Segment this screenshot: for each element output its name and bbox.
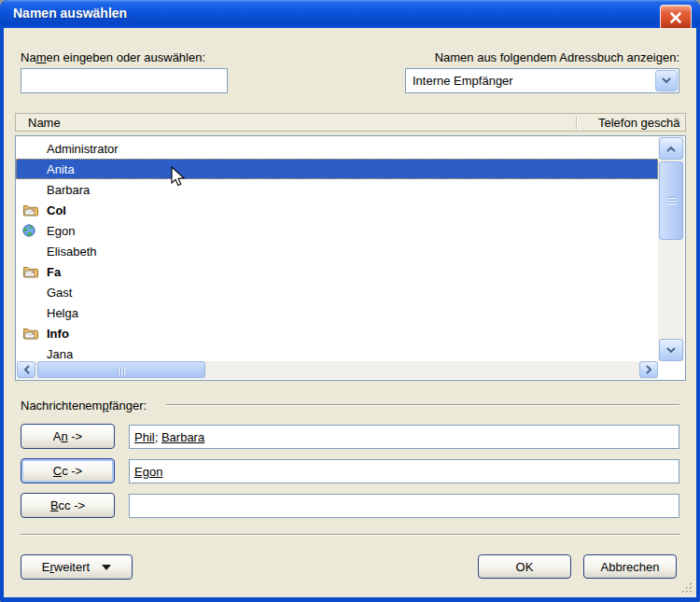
chevron-left-icon bbox=[23, 365, 30, 374]
window-title: Namen auswählen bbox=[13, 6, 127, 21]
horizontal-scrollbar-thumb[interactable] bbox=[37, 361, 205, 378]
column-header-phone[interactable]: Telefon geschä bbox=[598, 116, 679, 130]
advanced-button[interactable]: Erweitert bbox=[21, 554, 133, 580]
name-search-input[interactable] bbox=[21, 68, 228, 93]
globe-icon bbox=[22, 224, 35, 237]
distribution-list-folder-icon bbox=[22, 203, 39, 217]
list-item-icon bbox=[22, 245, 47, 259]
list-item-name: Jana bbox=[47, 347, 73, 361]
name-search-label: Namen eingeben oder auswählen: bbox=[21, 50, 205, 64]
chevron-right-icon bbox=[646, 365, 652, 374]
list-item-name: Anita bbox=[47, 162, 75, 176]
list-item-name: Egon bbox=[47, 224, 75, 238]
list-item-icon bbox=[22, 183, 47, 197]
list-item-icon bbox=[22, 142, 47, 156]
list-item[interactable]: Helga bbox=[16, 302, 658, 323]
scroll-left-button[interactable] bbox=[17, 361, 35, 378]
select-names-dialog: Namen auswählen Namen eingeben oder ausw… bbox=[0, 0, 700, 602]
scroll-up-button[interactable] bbox=[659, 137, 683, 160]
distribution-list-folder-icon bbox=[22, 265, 39, 278]
list-item-selected[interactable]: Anita bbox=[16, 159, 658, 179]
name-list: Administrator Anita Barbara Col Egon Eli… bbox=[15, 135, 686, 381]
address-book-select[interactable]: Interne Empfänger bbox=[405, 68, 679, 93]
list-item[interactable]: Gast bbox=[16, 282, 658, 302]
cancel-button[interactable]: Abbrechen bbox=[583, 554, 677, 579]
to-field-value: Phil; Barbara bbox=[134, 430, 204, 444]
list-item-name: Info bbox=[47, 327, 69, 341]
list-item[interactable]: Info bbox=[16, 323, 658, 343]
distribution-list-icon bbox=[22, 203, 47, 217]
triangle-down-icon bbox=[102, 565, 111, 570]
to-button[interactable]: An -> bbox=[21, 424, 115, 449]
chevron-up-icon bbox=[666, 146, 676, 152]
list-item-icon bbox=[22, 286, 47, 300]
list-item-icon bbox=[22, 306, 47, 320]
footer-divider-line bbox=[21, 534, 679, 536]
scroll-down-button[interactable] bbox=[659, 339, 683, 361]
close-button[interactable] bbox=[660, 5, 692, 30]
to-field[interactable]: Phil; Barbara bbox=[129, 425, 679, 449]
vertical-scrollbar-thumb[interactable] bbox=[659, 161, 683, 240]
column-divider[interactable] bbox=[576, 116, 577, 130]
distribution-list-icon bbox=[22, 327, 47, 341]
list-item[interactable]: Egon bbox=[16, 220, 658, 241]
globe-icon bbox=[22, 224, 47, 238]
list-item-name: Elisabeth bbox=[47, 245, 96, 259]
distribution-list-icon bbox=[22, 265, 47, 279]
cc-field[interactable]: Egon bbox=[129, 459, 679, 483]
list-item[interactable]: Elisabeth bbox=[16, 241, 658, 261]
chevron-down-icon[interactable] bbox=[655, 70, 678, 91]
list-item-icon bbox=[22, 347, 47, 361]
mouse-cursor bbox=[171, 166, 186, 189]
close-icon bbox=[669, 12, 682, 23]
bcc-field[interactable] bbox=[129, 494, 679, 518]
list-item-name: Col bbox=[47, 203, 66, 217]
list-item-name: Fa bbox=[47, 265, 61, 279]
section-divider-line bbox=[166, 404, 679, 406]
recipients-section-label: Nachrichtenempfänger: bbox=[21, 399, 147, 413]
list-item-name: Helga bbox=[47, 306, 78, 320]
bcc-button[interactable]: Bcc -> bbox=[21, 493, 115, 518]
address-book-label: Namen aus folgendem Adressbuch anzeigen: bbox=[435, 50, 679, 64]
ok-button[interactable]: OK bbox=[478, 554, 571, 579]
list-item[interactable]: Administrator bbox=[16, 138, 658, 159]
list-item[interactable]: Fa bbox=[16, 261, 658, 282]
titlebar[interactable]: Namen auswählen bbox=[0, 0, 700, 28]
horizontal-scrollbar[interactable] bbox=[17, 361, 658, 379]
cc-button[interactable]: Cc -> bbox=[21, 458, 115, 483]
scroll-right-button[interactable] bbox=[639, 361, 658, 378]
list-item[interactable]: Col bbox=[16, 200, 658, 220]
resize-grip[interactable] bbox=[681, 582, 693, 595]
list-item-name: Gast bbox=[47, 286, 72, 300]
list-item-icon bbox=[22, 162, 47, 176]
cc-field-value: Egon bbox=[134, 465, 162, 479]
vertical-scrollbar[interactable] bbox=[658, 137, 684, 361]
list-column-headers: Name Telefon geschä bbox=[15, 113, 686, 132]
address-book-selected-value: Interne Empfänger bbox=[406, 74, 655, 88]
chevron-down-icon bbox=[666, 347, 676, 354]
column-header-name[interactable]: Name bbox=[28, 116, 61, 130]
list-item-name: Administrator bbox=[47, 142, 119, 156]
list-item-name: Barbara bbox=[47, 183, 90, 197]
list-item[interactable]: Barbara bbox=[16, 179, 658, 200]
distribution-list-folder-icon bbox=[22, 327, 39, 340]
